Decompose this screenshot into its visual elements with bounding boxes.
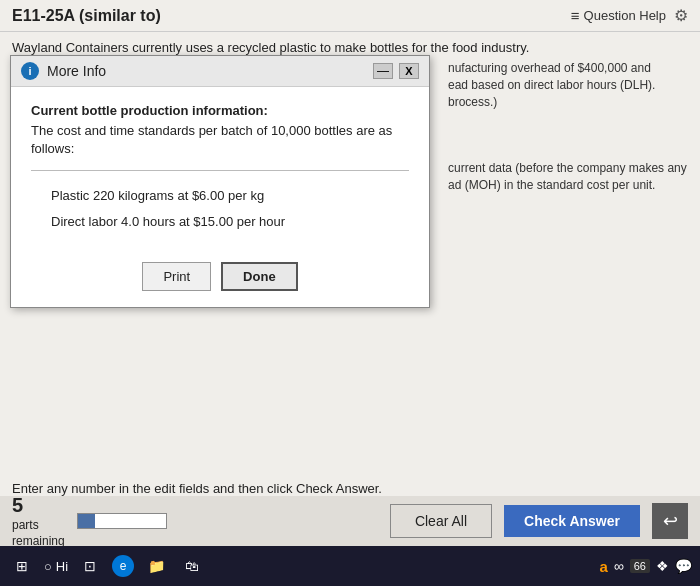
parts-remaining: 5 parts remaining bbox=[12, 492, 65, 549]
dropbox-icon[interactable]: ❖ bbox=[656, 558, 669, 574]
gear-icon[interactable]: ⚙ bbox=[674, 6, 688, 25]
taskbar-search[interactable]: ○ Hi bbox=[44, 559, 68, 574]
bg-text-right-1: nufacturing overhead of $400,000 and ead… bbox=[448, 60, 688, 110]
print-button[interactable]: Print bbox=[142, 262, 211, 291]
question-help-button[interactable]: ≡ Question Help bbox=[571, 7, 666, 24]
taskbar: ⊞ ○ Hi ⊡ e 📁 🛍 a ∞ 66 ❖ 💬 bbox=[0, 546, 700, 586]
parts-label: parts bbox=[12, 518, 65, 534]
modal-title: More Info bbox=[47, 63, 106, 79]
progress-bar-fill bbox=[78, 514, 96, 528]
modal-data-line-2: Direct labor 4.0 hours at $15.00 per hou… bbox=[31, 209, 409, 235]
bg-text-right-1-text: nufacturing overhead of $400,000 and ead… bbox=[448, 61, 655, 109]
question-help-label: Question Help bbox=[584, 8, 666, 23]
modal-footer: Print Done bbox=[11, 250, 429, 307]
bg-text-right-2: current data (before the company makes a… bbox=[448, 160, 688, 194]
page-title: E11-25A (similar to) bbox=[12, 7, 161, 25]
parts-number: 5 bbox=[12, 492, 65, 518]
done-button[interactable]: Done bbox=[221, 262, 298, 291]
back-button[interactable]: ↩ bbox=[652, 503, 688, 539]
modal-title-area: i More Info bbox=[21, 62, 106, 80]
edge-browser-icon[interactable]: e bbox=[112, 555, 134, 577]
search-hi-label: Hi bbox=[56, 559, 68, 574]
modal-body: Current bottle production information: T… bbox=[11, 87, 429, 250]
bg-text-right-2-text: current data (before the company makes a… bbox=[448, 161, 687, 192]
modal-divider bbox=[31, 170, 409, 171]
modal-section-text: The cost and time standards per batch of… bbox=[31, 122, 409, 158]
check-answer-button[interactable]: Check Answer bbox=[504, 505, 640, 537]
main-content: E11-25A (similar to) ≡ Question Help ⚙ W… bbox=[0, 0, 700, 586]
modal-minimize-button[interactable]: — bbox=[373, 63, 393, 79]
task-view-icon[interactable]: ⊡ bbox=[76, 552, 104, 580]
search-circle-icon: ○ bbox=[44, 559, 52, 574]
taskbar-number-badge: 66 bbox=[630, 559, 650, 573]
modal-section-title: Current bottle production information: bbox=[31, 103, 409, 118]
modal-close-button[interactable]: X bbox=[399, 63, 419, 79]
main-text: Wayland Containers currently uses a recy… bbox=[12, 40, 529, 55]
bottom-bar: 5 parts remaining Clear All Check Answer… bbox=[0, 496, 700, 546]
taskbar-right: a ∞ 66 ❖ 💬 bbox=[599, 558, 692, 575]
store-icon[interactable]: 🛍 bbox=[178, 552, 206, 580]
windows-start-icon[interactable]: ⊞ bbox=[8, 552, 36, 580]
amazon-icon[interactable]: a bbox=[599, 558, 607, 575]
infinite-icon[interactable]: ∞ bbox=[614, 558, 624, 574]
modal-info-icon: i bbox=[21, 62, 39, 80]
list-icon: ≡ bbox=[571, 7, 580, 24]
modal-controls: — X bbox=[373, 63, 419, 79]
folder-icon[interactable]: 📁 bbox=[142, 552, 170, 580]
modal-data-line-1: Plastic 220 kilograms at $6.00 per kg bbox=[31, 183, 409, 209]
chat-icon[interactable]: 💬 bbox=[675, 558, 692, 574]
header-bar: E11-25A (similar to) ≡ Question Help ⚙ bbox=[0, 0, 700, 32]
progress-bar bbox=[77, 513, 167, 529]
clear-all-button[interactable]: Clear All bbox=[390, 504, 492, 538]
more-info-modal: i More Info — X Current bottle productio… bbox=[10, 55, 430, 308]
bottom-instruction: Enter any number in the edit fields and … bbox=[12, 481, 382, 496]
header-right: ≡ Question Help ⚙ bbox=[571, 6, 688, 25]
modal-header: i More Info — X bbox=[11, 56, 429, 87]
